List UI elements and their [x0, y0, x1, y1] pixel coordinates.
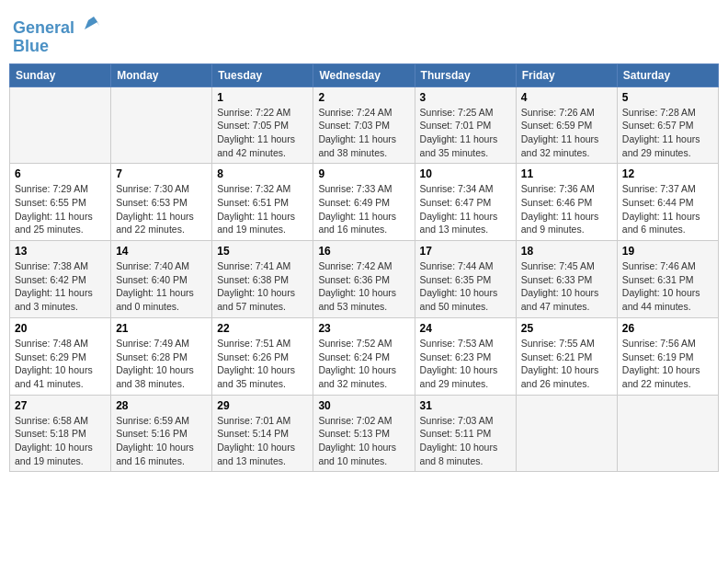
day-info: Sunrise: 6:58 AMSunset: 5:18 PMDaylight:…	[15, 414, 106, 468]
day-number: 18	[521, 245, 612, 258]
day-info: Sunrise: 7:01 AMSunset: 5:14 PMDaylight:…	[217, 414, 308, 468]
day-info: Sunrise: 7:42 AMSunset: 6:36 PMDaylight:…	[318, 259, 409, 314]
day-number: 9	[318, 167, 409, 180]
day-info: Sunrise: 7:48 AMSunset: 6:29 PMDaylight:…	[15, 337, 106, 391]
calendar-cell: 20Sunrise: 7:48 AMSunset: 6:29 PMDayligh…	[10, 317, 111, 395]
calendar-cell: 25Sunrise: 7:55 AMSunset: 6:21 PMDayligh…	[516, 317, 617, 395]
calendar-cell: 18Sunrise: 7:45 AMSunset: 6:33 PMDayligh…	[516, 241, 617, 318]
calendar-cell: 24Sunrise: 7:53 AMSunset: 6:23 PMDayligh…	[415, 317, 516, 395]
day-number: 5	[622, 91, 713, 104]
calendar-cell: 17Sunrise: 7:44 AMSunset: 6:35 PMDayligh…	[415, 241, 516, 318]
day-number: 22	[217, 322, 308, 335]
calendar-cell	[617, 395, 718, 472]
day-info: Sunrise: 7:52 AMSunset: 6:24 PMDaylight:…	[318, 337, 409, 391]
day-number: 30	[318, 399, 409, 412]
day-info: Sunrise: 7:24 AMSunset: 7:03 PMDaylight:…	[318, 106, 409, 160]
logo-icon	[81, 13, 101, 33]
calendar-cell: 16Sunrise: 7:42 AMSunset: 6:36 PMDayligh…	[313, 241, 415, 318]
weekday-header: Sunday	[10, 63, 111, 86]
day-number: 8	[217, 167, 308, 180]
day-number: 14	[116, 245, 207, 258]
day-info: Sunrise: 7:49 AMSunset: 6:28 PMDaylight:…	[116, 337, 207, 391]
day-info: Sunrise: 7:32 AMSunset: 6:51 PMDaylight:…	[217, 182, 308, 236]
day-info: Sunrise: 7:38 AMSunset: 6:42 PMDaylight:…	[15, 259, 106, 314]
calendar-body: 1Sunrise: 7:22 AMSunset: 7:05 PMDaylight…	[10, 86, 719, 472]
calendar-cell: 23Sunrise: 7:52 AMSunset: 6:24 PMDayligh…	[313, 317, 415, 395]
day-info: Sunrise: 7:28 AMSunset: 6:57 PMDaylight:…	[622, 106, 713, 160]
day-info: Sunrise: 7:36 AMSunset: 6:46 PMDaylight:…	[521, 182, 612, 236]
weekday-header: Friday	[516, 63, 617, 86]
calendar-cell: 31Sunrise: 7:03 AMSunset: 5:11 PMDayligh…	[415, 395, 516, 472]
header-row: SundayMondayTuesdayWednesdayThursdayFrid…	[10, 63, 719, 86]
day-number: 1	[217, 91, 308, 104]
calendar-cell: 29Sunrise: 7:01 AMSunset: 5:14 PMDayligh…	[212, 395, 313, 472]
day-info: Sunrise: 7:56 AMSunset: 6:19 PMDaylight:…	[622, 337, 713, 391]
day-number: 3	[420, 91, 511, 104]
day-number: 26	[622, 322, 713, 335]
calendar-cell: 19Sunrise: 7:46 AMSunset: 6:31 PMDayligh…	[617, 241, 718, 318]
day-number: 11	[521, 167, 612, 180]
day-info: Sunrise: 7:26 AMSunset: 6:59 PMDaylight:…	[521, 106, 612, 160]
calendar-cell: 1Sunrise: 7:22 AMSunset: 7:05 PMDaylight…	[212, 86, 313, 164]
calendar-cell: 8Sunrise: 7:32 AMSunset: 6:51 PMDaylight…	[212, 164, 313, 241]
day-number: 28	[116, 399, 207, 412]
calendar-cell: 10Sunrise: 7:34 AMSunset: 6:47 PMDayligh…	[415, 164, 516, 241]
day-number: 27	[15, 399, 106, 412]
day-info: Sunrise: 7:51 AMSunset: 6:26 PMDaylight:…	[217, 337, 308, 391]
day-info: Sunrise: 7:03 AMSunset: 5:11 PMDaylight:…	[420, 414, 511, 468]
svg-marker-0	[85, 17, 97, 29]
day-info: Sunrise: 7:29 AMSunset: 6:55 PMDaylight:…	[15, 182, 106, 236]
calendar-cell: 3Sunrise: 7:25 AMSunset: 7:01 PMDaylight…	[415, 86, 516, 164]
day-info: Sunrise: 7:44 AMSunset: 6:35 PMDaylight:…	[420, 259, 511, 314]
calendar-cell: 15Sunrise: 7:41 AMSunset: 6:38 PMDayligh…	[212, 241, 313, 318]
calendar-cell: 5Sunrise: 7:28 AMSunset: 6:57 PMDaylight…	[617, 86, 718, 164]
calendar-week-row: 27Sunrise: 6:58 AMSunset: 5:18 PMDayligh…	[10, 395, 719, 472]
day-number: 6	[15, 167, 106, 180]
day-number: 31	[420, 399, 511, 412]
calendar-cell: 26Sunrise: 7:56 AMSunset: 6:19 PMDayligh…	[617, 317, 718, 395]
calendar-cell: 9Sunrise: 7:33 AMSunset: 6:49 PMDaylight…	[313, 164, 415, 241]
day-info: Sunrise: 7:25 AMSunset: 7:01 PMDaylight:…	[420, 106, 511, 160]
day-number: 20	[15, 322, 106, 335]
day-info: Sunrise: 7:34 AMSunset: 6:47 PMDaylight:…	[420, 182, 511, 236]
calendar-header: SundayMondayTuesdayWednesdayThursdayFrid…	[10, 63, 719, 86]
calendar-table: SundayMondayTuesdayWednesdayThursdayFrid…	[9, 63, 719, 473]
calendar-cell: 14Sunrise: 7:40 AMSunset: 6:40 PMDayligh…	[111, 241, 212, 318]
day-info: Sunrise: 7:55 AMSunset: 6:21 PMDaylight:…	[521, 337, 612, 391]
weekday-header: Wednesday	[313, 63, 415, 86]
calendar-cell: 11Sunrise: 7:36 AMSunset: 6:46 PMDayligh…	[516, 164, 617, 241]
weekday-header: Saturday	[617, 63, 718, 86]
day-number: 17	[420, 245, 511, 258]
day-info: Sunrise: 7:33 AMSunset: 6:49 PMDaylight:…	[318, 182, 409, 236]
weekday-header: Tuesday	[212, 63, 313, 86]
day-info: Sunrise: 7:46 AMSunset: 6:31 PMDaylight:…	[622, 259, 713, 314]
calendar-week-row: 6Sunrise: 7:29 AMSunset: 6:55 PMDaylight…	[10, 164, 719, 241]
day-number: 13	[15, 245, 106, 258]
logo: General Blue	[13, 13, 101, 56]
page-header: General Blue	[9, 9, 719, 56]
calendar-week-row: 20Sunrise: 7:48 AMSunset: 6:29 PMDayligh…	[10, 317, 719, 395]
day-info: Sunrise: 7:22 AMSunset: 7:05 PMDaylight:…	[217, 106, 308, 160]
calendar-week-row: 13Sunrise: 7:38 AMSunset: 6:42 PMDayligh…	[10, 241, 719, 318]
calendar-cell: 4Sunrise: 7:26 AMSunset: 6:59 PMDaylight…	[516, 86, 617, 164]
calendar-cell: 7Sunrise: 7:30 AMSunset: 6:53 PMDaylight…	[111, 164, 212, 241]
day-number: 4	[521, 91, 612, 104]
day-number: 12	[622, 167, 713, 180]
calendar-cell: 12Sunrise: 7:37 AMSunset: 6:44 PMDayligh…	[617, 164, 718, 241]
day-info: Sunrise: 7:37 AMSunset: 6:44 PMDaylight:…	[622, 182, 713, 236]
day-number: 15	[217, 245, 308, 258]
weekday-header: Monday	[111, 63, 212, 86]
calendar-cell: 13Sunrise: 7:38 AMSunset: 6:42 PMDayligh…	[10, 241, 111, 318]
day-number: 10	[420, 167, 511, 180]
day-info: Sunrise: 7:02 AMSunset: 5:13 PMDaylight:…	[318, 414, 409, 468]
calendar-cell: 21Sunrise: 7:49 AMSunset: 6:28 PMDayligh…	[111, 317, 212, 395]
day-info: Sunrise: 7:30 AMSunset: 6:53 PMDaylight:…	[116, 182, 207, 236]
day-number: 24	[420, 322, 511, 335]
day-info: Sunrise: 7:40 AMSunset: 6:40 PMDaylight:…	[116, 259, 207, 314]
day-number: 21	[116, 322, 207, 335]
calendar-cell	[516, 395, 617, 472]
calendar-cell: 30Sunrise: 7:02 AMSunset: 5:13 PMDayligh…	[313, 395, 415, 472]
calendar-cell: 2Sunrise: 7:24 AMSunset: 7:03 PMDaylight…	[313, 86, 415, 164]
day-number: 29	[217, 399, 308, 412]
day-number: 16	[318, 245, 409, 258]
